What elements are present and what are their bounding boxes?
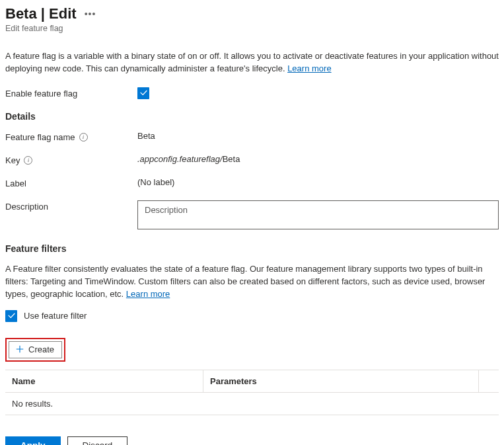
more-icon[interactable]: ••• <box>85 9 96 19</box>
page-subtitle: Edit feature flag <box>5 24 499 33</box>
check-icon <box>139 89 148 97</box>
enable-flag-label: Enable feature flag <box>5 87 137 99</box>
key-label: Key <box>5 155 20 165</box>
key-prefix: .appconfig.featureflag/ <box>137 154 223 164</box>
use-filter-label: Use feature filter <box>24 311 87 321</box>
filters-body: A Feature filter consistently evaluates … <box>5 264 485 299</box>
flag-name-value: Beta <box>137 131 499 141</box>
page-title: Beta | Edit <box>5 5 77 22</box>
col-params-header[interactable]: Parameters <box>203 370 479 392</box>
description-input[interactable] <box>137 200 499 229</box>
label-value: (No label) <box>137 177 499 187</box>
description-label: Description <box>5 200 137 212</box>
empty-row-text: No results. <box>5 393 59 415</box>
filters-section-title: Feature filters <box>5 243 499 254</box>
create-button-label: Create <box>28 344 54 354</box>
label-label: Label <box>5 177 137 188</box>
filters-table: Name Parameters No results. <box>5 370 499 415</box>
create-highlight: Create <box>5 338 65 362</box>
use-filter-checkbox[interactable] <box>5 310 17 322</box>
discard-button[interactable]: Discard <box>67 436 128 445</box>
filters-text: A Feature filter consistently evaluates … <box>5 263 499 301</box>
info-icon[interactable]: i <box>24 156 32 165</box>
plus-icon <box>15 344 24 354</box>
col-actions-header <box>479 370 499 392</box>
check-icon <box>7 311 16 320</box>
col-name-header[interactable]: Name <box>5 370 203 392</box>
filters-learn-more-link[interactable]: Learn more <box>126 289 170 299</box>
intro-body: A feature flag is a variable with a bina… <box>5 51 499 73</box>
intro-text: A feature flag is a variable with a bina… <box>5 50 499 75</box>
intro-learn-more-link[interactable]: Learn more <box>287 63 331 73</box>
key-value: .appconfig.featureflag/Beta <box>137 154 499 164</box>
details-section-title: Details <box>5 111 499 122</box>
info-icon[interactable]: i <box>79 133 88 142</box>
apply-button[interactable]: Apply <box>5 436 61 445</box>
create-button[interactable]: Create <box>9 341 62 358</box>
table-row: No results. <box>5 393 499 415</box>
flag-name-label: Feature flag name <box>5 132 75 142</box>
enable-flag-checkbox[interactable] <box>137 87 149 99</box>
key-suffix: Beta <box>223 154 240 164</box>
